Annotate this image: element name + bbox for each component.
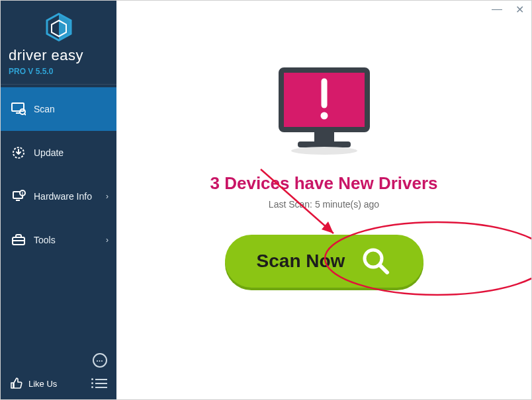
close-button[interactable]: ✕ (513, 3, 526, 16)
scan-now-label: Scan Now (257, 251, 345, 272)
scan-now-button[interactable]: Scan Now (225, 235, 423, 288)
chevron-right-icon: › (106, 192, 109, 201)
svg-rect-1 (12, 103, 24, 111)
hardware-icon: i (10, 189, 27, 204)
brand-version: PRO V 5.5.0 (9, 67, 109, 76)
svg-rect-14 (314, 132, 334, 141)
svg-rect-2 (16, 112, 20, 114)
nav-label: Update (34, 147, 64, 158)
like-us-button[interactable]: Like Us (10, 377, 57, 390)
svg-marker-22 (322, 221, 333, 233)
sidebar-footer: ••• Like Us (1, 348, 116, 399)
feedback-icon[interactable]: ••• (93, 353, 107, 368)
toolbox-icon (10, 233, 27, 247)
svg-text:i: i (22, 191, 23, 196)
nav-label: Scan (34, 104, 55, 114)
menu-list-icon[interactable] (95, 378, 107, 389)
window-controls: — ✕ (490, 3, 526, 16)
svg-point-18 (320, 112, 328, 120)
svg-line-20 (380, 265, 387, 272)
svg-rect-7 (16, 200, 20, 201)
nav-item-scan[interactable]: Scan (1, 87, 116, 131)
nav: Scan Update i (1, 85, 116, 348)
nav-item-hardware[interactable]: i Hardware Info › (1, 175, 116, 218)
chevron-right-icon: › (106, 235, 109, 245)
nav-label: Tools (34, 235, 56, 245)
brand-logo-icon (9, 13, 109, 42)
minimize-button[interactable]: — (490, 3, 504, 16)
nav-label: Hardware Info (34, 191, 92, 202)
main-panel: — ✕ 3 Devices have New Drivers Last Scan… (116, 1, 531, 399)
sidebar: driver easy PRO V 5.5.0 Scan (1, 1, 116, 399)
gear-download-icon (10, 145, 27, 160)
thumbs-up-icon (10, 377, 23, 390)
monitor-alert-icon (275, 67, 374, 159)
svg-point-16 (291, 147, 357, 155)
brand-block: driver easy PRO V 5.5.0 (1, 1, 116, 85)
brand-name: driver easy (9, 47, 109, 64)
like-us-label: Like Us (28, 379, 57, 389)
scan-icon (10, 102, 27, 116)
nav-item-tools[interactable]: Tools › (1, 218, 116, 262)
svg-line-4 (24, 114, 26, 115)
svg-rect-15 (298, 141, 351, 147)
nav-item-update[interactable]: Update (1, 131, 116, 175)
status-title: 3 Devices have New Drivers (210, 173, 438, 194)
magnifier-icon (361, 246, 391, 276)
last-scan-text: Last Scan: 5 minute(s) ago (269, 199, 379, 210)
